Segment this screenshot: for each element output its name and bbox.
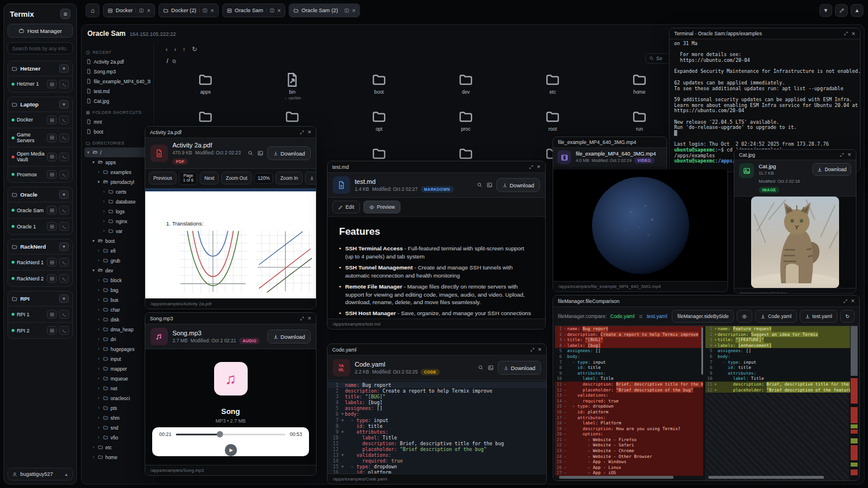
close-icon[interactable]: × bbox=[147, 8, 150, 14]
host-item-rpi-2[interactable]: RPI 2 bbox=[8, 322, 72, 338]
diff-left-scrollbar[interactable] bbox=[701, 327, 703, 375]
chevron-right-icon[interactable]: › bbox=[97, 435, 101, 439]
tab-docker-2-[interactable]: Docker (2)× bbox=[159, 3, 219, 17]
host-group-header[interactable]: RackNerd▼ bbox=[8, 239, 72, 254]
host-group-header[interactable]: Laptop▼ bbox=[8, 97, 72, 112]
tree-dir-bsg[interactable]: ›bsg bbox=[84, 285, 150, 295]
folder-apps[interactable]: apps bbox=[162, 72, 249, 109]
tree-dir-var[interactable]: ›var bbox=[84, 226, 150, 236]
tree-dir-apps[interactable]: ▼apps bbox=[84, 157, 150, 167]
recent-file-item[interactable]: Song.mp3 bbox=[84, 66, 150, 76]
chevron-down-icon[interactable]: ▼ bbox=[91, 239, 95, 243]
terminal-button[interactable] bbox=[59, 153, 69, 161]
chevron-right-icon[interactable]: › bbox=[97, 288, 101, 292]
video-titlebar[interactable]: file_example_MP4_640_3MG.mp4 bbox=[553, 137, 667, 148]
download-button[interactable]: Download bbox=[496, 178, 540, 192]
folder-etc[interactable]: etc bbox=[509, 72, 596, 109]
expand-icon[interactable] bbox=[529, 165, 534, 169]
video-player[interactable] bbox=[553, 169, 727, 281]
tree-dir-pterodactyl[interactable]: ▼pterodactyl bbox=[84, 177, 150, 187]
chevron-right-icon[interactable]: › bbox=[97, 258, 101, 263]
terminal-button[interactable] bbox=[59, 134, 69, 142]
shortcut-item[interactable]: mnt bbox=[84, 117, 150, 127]
pdf-download-button[interactable]: Dow bbox=[305, 172, 316, 184]
host-item-docker[interactable]: Docker bbox=[8, 112, 72, 128]
download-button[interactable]: Download bbox=[267, 146, 311, 160]
chevron-right-icon[interactable]: › bbox=[97, 170, 101, 174]
tree-dir-nginx[interactable]: ›nginx bbox=[84, 216, 150, 226]
tree-dir--[interactable]: ▼/ bbox=[84, 147, 150, 157]
tab-oracle-sam-2-[interactable]: Oracle Sam (2)× bbox=[289, 3, 360, 17]
tree-dir-vfio[interactable]: ›vfio bbox=[84, 432, 150, 442]
tab-oracle-sam[interactable]: Oracle Sam× bbox=[222, 3, 285, 17]
terminal-titlebar[interactable]: Terminal · Oracle Sam:/apps/examples × bbox=[670, 28, 860, 39]
chevron-right-icon[interactable]: › bbox=[102, 199, 106, 204]
terminal-button[interactable] bbox=[59, 258, 69, 267]
tree-dir-dri[interactable]: ›dri bbox=[84, 334, 150, 344]
close-icon[interactable]: × bbox=[308, 315, 311, 321]
audio-titlebar[interactable]: Song.mp3 × bbox=[145, 313, 316, 324]
host-manager-button[interactable]: Host Manager bbox=[8, 24, 73, 38]
diff-titlebar[interactable]: fileManager.fileComparison × bbox=[553, 295, 859, 307]
tree-dir-home[interactable]: ›home bbox=[84, 452, 150, 462]
hamburger-menu-icon[interactable]: ≡ bbox=[60, 9, 71, 19]
chevron-right-icon[interactable]: › bbox=[97, 308, 101, 312]
file-manager-button[interactable] bbox=[47, 310, 57, 319]
host-item-hetzner-1[interactable]: Hetzner 1 bbox=[8, 76, 72, 92]
tree-dir-mapper[interactable]: ›mapper bbox=[84, 364, 150, 374]
file-manager-button[interactable] bbox=[47, 258, 57, 267]
folder-bin[interactable]: bin→ usr/bin bbox=[249, 72, 336, 109]
file-manager-button[interactable] bbox=[47, 206, 57, 215]
back-icon[interactable]: ‹ bbox=[165, 46, 168, 53]
tree-dir-dma-heap[interactable]: ›dma_heap bbox=[84, 324, 150, 334]
host-group-header[interactable]: Hetzner▼ bbox=[8, 61, 72, 76]
chevron-right-icon[interactable]: › bbox=[91, 455, 95, 459]
panel-icon[interactable] bbox=[488, 365, 494, 371]
fold-chevron-icon[interactable]: ▼ bbox=[340, 429, 345, 435]
markdown-titlebar[interactable]: test.md × bbox=[328, 161, 545, 173]
pdf-zoom-in-button[interactable]: Zoom In bbox=[275, 172, 302, 184]
swap-icon[interactable] bbox=[638, 314, 643, 319]
expand-icon[interactable] bbox=[844, 31, 848, 36]
user-menu[interactable]: bugattiguy527 ▲ bbox=[8, 468, 73, 480]
download-file-b-button[interactable]: test.yaml bbox=[800, 310, 837, 323]
chevron-down-icon[interactable]: ▼ bbox=[59, 100, 69, 109]
home-tab-button[interactable]: ⌂ bbox=[86, 3, 100, 17]
chevron-down-icon[interactable]: ▼ bbox=[59, 64, 69, 73]
host-item-oracle-1[interactable]: Oracle 1 bbox=[8, 218, 72, 234]
side-by-side-button[interactable]: fileManager.sideBySide bbox=[672, 310, 734, 323]
seek-slider[interactable] bbox=[176, 434, 285, 435]
tree-dir-efi[interactable]: ›efi bbox=[84, 246, 150, 256]
refresh-icon[interactable]: ↻ bbox=[840, 310, 855, 323]
fold-chevron-icon[interactable]: ▼ bbox=[340, 411, 345, 417]
expand-icon[interactable] bbox=[300, 130, 304, 135]
tab-docker[interactable]: Docker× bbox=[103, 3, 155, 17]
host-item-rpi-1[interactable]: RPI 1 bbox=[8, 306, 72, 322]
folder-opt[interactable]: opt bbox=[336, 109, 422, 146]
host-search-input[interactable] bbox=[8, 42, 73, 54]
chevron-down-icon[interactable]: ▼ bbox=[91, 268, 95, 272]
close-icon[interactable]: × bbox=[848, 151, 851, 158]
panel-icon[interactable] bbox=[258, 150, 263, 156]
folder-proc[interactable]: proc bbox=[422, 109, 509, 146]
close-icon[interactable]: × bbox=[537, 164, 540, 170]
file-manager-button[interactable] bbox=[47, 153, 57, 161]
code-editor[interactable]: 1 name: Bug report2 description: Create … bbox=[328, 380, 546, 474]
search-icon[interactable] bbox=[248, 150, 253, 156]
tree-dir-logs[interactable]: ›logs bbox=[84, 206, 150, 216]
host-item-open-media-vault[interactable]: Open Media Vault bbox=[8, 147, 72, 166]
chevron-down-icon[interactable]: ▼ bbox=[59, 294, 69, 303]
expand-icon[interactable] bbox=[530, 347, 535, 352]
search-icon[interactable] bbox=[477, 182, 483, 188]
terminal-button[interactable] bbox=[59, 326, 69, 335]
host-item-oracle-sam[interactable]: Oracle Sam bbox=[8, 202, 72, 218]
pdf-previous-button[interactable]: Previous bbox=[149, 172, 176, 184]
file-manager-button[interactable] bbox=[47, 326, 57, 335]
chevron-right-icon[interactable]: › bbox=[97, 367, 101, 371]
file-manager-button[interactable] bbox=[47, 222, 57, 231]
download-button[interactable]: Download bbox=[267, 330, 311, 343]
chevron-right-icon[interactable]: › bbox=[97, 416, 101, 420]
preview-tab[interactable]: Preview bbox=[363, 201, 400, 213]
pdf-next-button[interactable]: Next bbox=[200, 172, 219, 184]
folder-dev[interactable]: dev bbox=[422, 72, 509, 109]
